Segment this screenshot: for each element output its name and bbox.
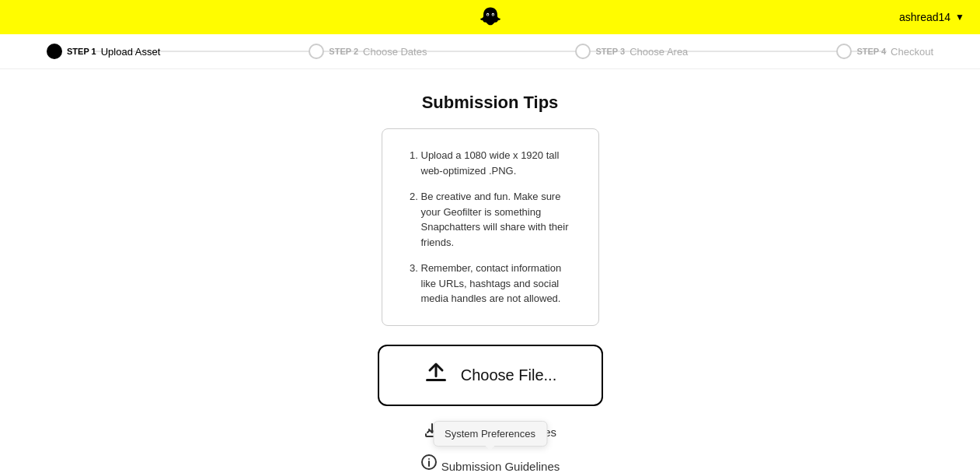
step-1-name: Upload Asset: [101, 46, 161, 58]
logo: [480, 6, 501, 28]
svg-point-8: [428, 458, 430, 460]
system-preferences-tooltip: System Preferences: [433, 421, 547, 447]
step-1-num: STEP 1: [67, 47, 96, 56]
choose-file-button[interactable]: Choose File...: [378, 345, 603, 406]
step-2-name: Choose Dates: [363, 46, 427, 58]
user-menu[interactable]: ashread14 ▼: [899, 11, 964, 23]
step-1-circle: [47, 44, 62, 59]
steps-wrapper: STEP 1 Upload Asset STEP 2 Choose Dates …: [47, 44, 933, 59]
step-3-name: Choose Area: [630, 46, 688, 58]
step-3: STEP 3 Choose Area: [575, 44, 688, 59]
step-4-circle: [836, 44, 852, 59]
tip-3: Remember, contact information like URLs,…: [421, 261, 574, 307]
username-label: ashread14: [899, 11, 950, 23]
info-icon: [420, 458, 441, 474]
header: ashread14 ▼: [0, 0, 980, 34]
step-2: STEP 2 Choose Dates: [309, 44, 427, 59]
tips-list: Upload a 1080 wide x 1920 tall web-optim…: [407, 148, 574, 307]
svg-point-2: [487, 14, 488, 16]
step-4-name: Checkout: [891, 46, 933, 58]
main-content: Submission Tips Upload a 1080 wide x 192…: [0, 69, 980, 473]
step-4-num: STEP 4: [856, 47, 886, 56]
chevron-down-icon: ▼: [955, 12, 964, 23]
snapchat-logo-icon: [480, 6, 501, 28]
step-3-circle: [575, 44, 591, 59]
upload-icon: [424, 360, 448, 391]
svg-rect-4: [426, 379, 446, 381]
step-4: STEP 4 Checkout: [836, 44, 933, 59]
step-2-circle: [309, 44, 324, 59]
tip-1: Upload a 1080 wide x 1920 tall web-optim…: [421, 148, 574, 178]
choose-file-label: Choose File...: [461, 366, 556, 384]
submission-guidelines-label: Submission Guidelines: [441, 460, 560, 473]
step-1: STEP 1 Upload Asset: [47, 44, 160, 59]
tip-2: Be creative and fun. Make sure your Geof…: [421, 189, 574, 250]
tooltip-text: System Preferences: [445, 428, 535, 440]
steps-inner: STEP 1 Upload Asset STEP 2 Choose Dates …: [47, 44, 933, 59]
submission-title: Submission Tips: [422, 93, 559, 113]
tips-box: Upload a 1080 wide x 1920 tall web-optim…: [382, 128, 599, 326]
step-3-num: STEP 3: [595, 47, 625, 56]
submission-guidelines-link[interactable]: Submission Guidelines System Preferences: [420, 454, 560, 474]
svg-point-3: [492, 14, 493, 16]
step-2-num: STEP 2: [329, 47, 358, 56]
steps-bar: STEP 1 Upload Asset STEP 2 Choose Dates …: [0, 34, 980, 69]
